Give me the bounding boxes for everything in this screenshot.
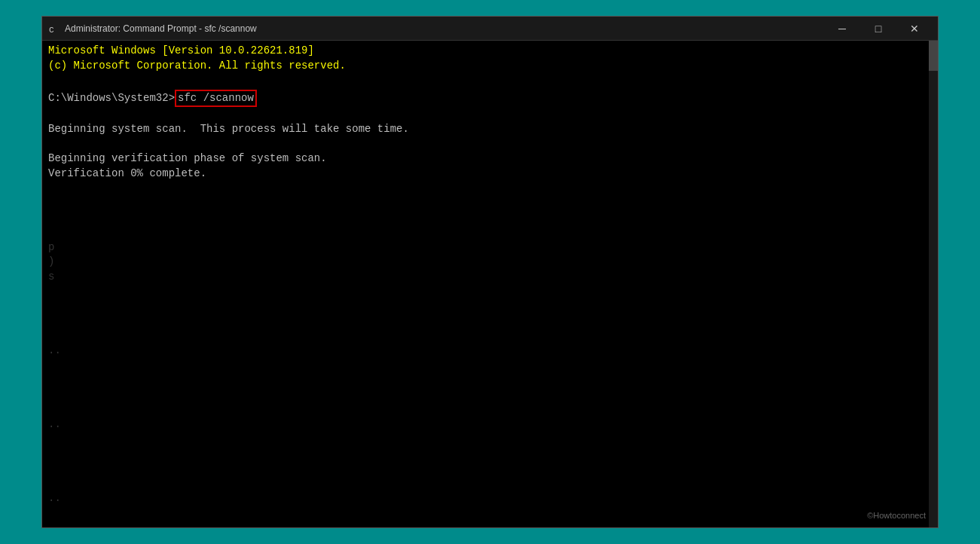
terminal-body: Microsoft Windows [Version 10.0.22621.81… — [42, 41, 938, 527]
close-button[interactable]: ✕ — [897, 17, 932, 41]
maximize-button[interactable]: □ — [861, 17, 896, 41]
title-bar-left: C Administrator: Command Prompt - sfc /s… — [48, 23, 257, 35]
watermark: ©Howtoconnect — [867, 510, 926, 521]
scrollbar[interactable] — [929, 41, 938, 527]
command-prompt-window: C Administrator: Command Prompt - sfc /s… — [41, 16, 939, 528]
blank-line-11 — [48, 329, 932, 344]
blank-line-19 — [48, 476, 932, 491]
blank-line-18 — [48, 462, 932, 477]
window-controls: ─ □ ✕ — [825, 17, 932, 41]
blank-line-15 — [48, 402, 932, 417]
blank-line-16 — [48, 432, 932, 447]
blank-line-8 — [48, 285, 932, 300]
copyright-line: (c) Microsoft Corporation. All rights re… — [48, 59, 932, 74]
dim-line-3: s — [48, 270, 932, 285]
blank-line-5 — [48, 196, 932, 211]
blank-line-10 — [48, 314, 932, 329]
blank-line-1 — [48, 73, 932, 88]
blank-line-12 — [48, 358, 932, 373]
svg-text:C: C — [49, 26, 54, 35]
dots-line-2: .. — [48, 417, 932, 432]
verification-percent-line: Verification 0% complete. — [48, 167, 932, 182]
blank-line-9 — [48, 299, 932, 314]
title-bar: C Administrator: Command Prompt - sfc /s… — [42, 17, 938, 41]
minimize-button[interactable]: ─ — [825, 17, 859, 41]
blank-line-2 — [48, 107, 932, 122]
cmd-icon: C — [48, 23, 60, 35]
blank-line-17 — [48, 447, 932, 462]
version-line: Microsoft Windows [Version 10.0.22621.81… — [48, 44, 932, 59]
command-line: C:\Windows\System32>sfc /scannow — [48, 90, 932, 108]
prompt: C:\Windows\System32> — [48, 91, 175, 106]
dots-line-1: .. — [48, 344, 932, 359]
command-highlight: sfc /scannow — [175, 90, 257, 108]
blank-line-4 — [48, 181, 932, 196]
dim-line-2: ) — [48, 255, 932, 270]
blank-line-3 — [48, 137, 932, 152]
blank-line-6 — [48, 211, 932, 226]
blank-line-14 — [48, 388, 932, 403]
dim-line-1: p — [48, 240, 932, 255]
blank-line-13 — [48, 373, 932, 388]
scan-start-line: Beginning system scan. This process will… — [48, 122, 932, 137]
dots-line-3: .. — [48, 491, 932, 506]
blank-line-7 — [48, 225, 932, 240]
verification-phase-line: Beginning verification phase of system s… — [48, 151, 932, 167]
scrollbar-thumb[interactable] — [929, 41, 938, 71]
window-title: Administrator: Command Prompt - sfc /sca… — [65, 23, 257, 34]
